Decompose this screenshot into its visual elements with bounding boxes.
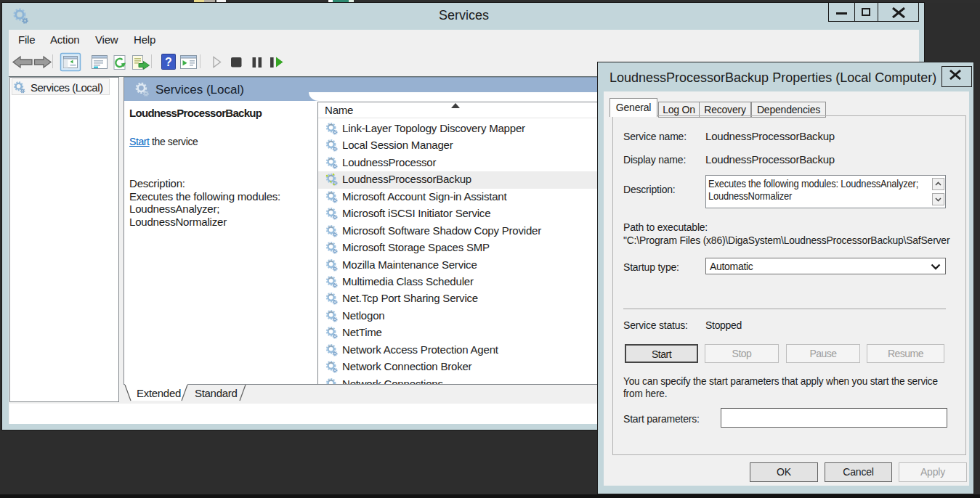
svg-text:?: ? xyxy=(165,56,172,68)
